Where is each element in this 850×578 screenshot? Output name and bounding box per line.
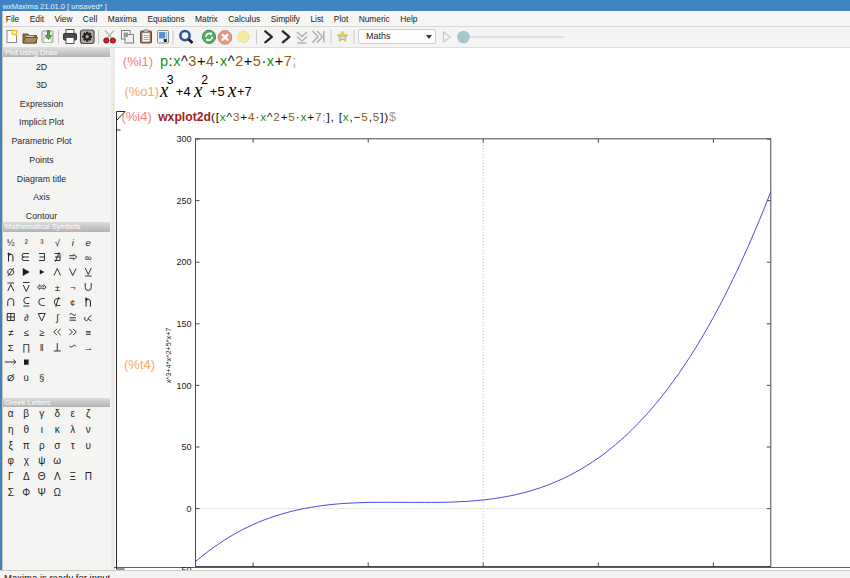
svg-text:≠: ≠ xyxy=(8,327,13,338)
svg-text:0: 0 xyxy=(186,504,191,514)
svg-text:∏: ∏ xyxy=(22,342,30,353)
svg-text:¬: ¬ xyxy=(70,282,76,293)
svg-text:½: ½ xyxy=(7,237,15,248)
svg-text:250: 250 xyxy=(176,196,191,206)
svg-text:³: ³ xyxy=(40,237,43,248)
svg-text:e: e xyxy=(86,237,91,248)
svg-text:150: 150 xyxy=(176,319,191,329)
svg-text:≤: ≤ xyxy=(24,327,29,338)
svg-text:-50: -50 xyxy=(178,565,191,570)
svg-text:Ø: Ø xyxy=(7,372,15,383)
svg-text:50: 50 xyxy=(181,442,191,452)
svg-text:∞: ∞ xyxy=(85,252,92,263)
svg-text:√: √ xyxy=(55,237,61,248)
svg-text:‖: ‖ xyxy=(40,342,44,353)
svg-text:²: ² xyxy=(25,237,28,248)
svg-text:200: 200 xyxy=(176,257,191,267)
svg-text:x^3+4*x^2+5*x+7: x^3+4*x^2+5*x+7 xyxy=(164,328,173,384)
svg-text:±: ± xyxy=(55,282,60,293)
svg-text:Σ: Σ xyxy=(8,342,14,353)
svg-text:∂: ∂ xyxy=(24,312,29,323)
svg-text:300: 300 xyxy=(176,134,191,144)
svg-text:∫: ∫ xyxy=(55,312,60,323)
svg-text:ü: ü xyxy=(24,372,29,383)
svg-text:¢: ¢ xyxy=(70,297,75,308)
svg-text:≡: ≡ xyxy=(85,327,91,338)
svg-text:→: → xyxy=(84,342,94,353)
svg-text:100: 100 xyxy=(176,381,191,391)
svg-text:i: i xyxy=(72,237,75,248)
svg-text:≥: ≥ xyxy=(39,327,44,338)
svg-text:§: § xyxy=(39,372,44,383)
